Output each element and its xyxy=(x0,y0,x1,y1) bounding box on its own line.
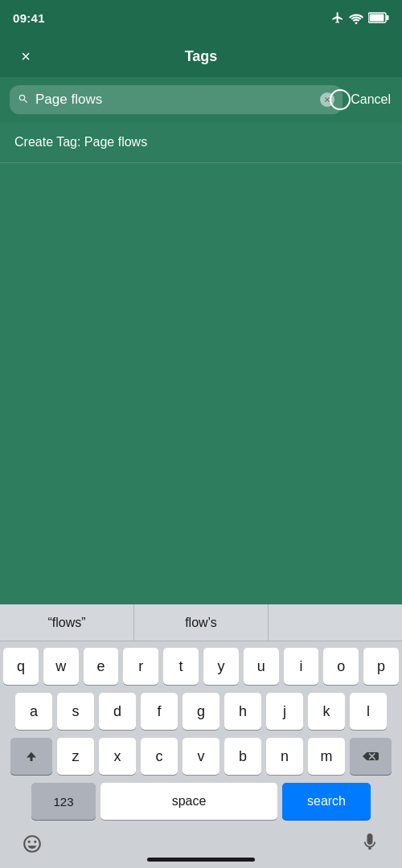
key-x[interactable]: x xyxy=(99,738,136,775)
battery-icon xyxy=(368,12,389,23)
key-q[interactable]: q xyxy=(3,648,39,685)
status-time: 09:41 xyxy=(13,11,45,25)
key-r[interactable]: r xyxy=(123,648,158,685)
close-button[interactable]: × xyxy=(13,43,39,69)
main-content xyxy=(0,163,402,485)
status-bar: 09:41 xyxy=(0,0,402,35)
airplane-icon xyxy=(331,11,344,24)
key-y[interactable]: y xyxy=(203,648,239,685)
home-indicator xyxy=(147,858,255,862)
key-k[interactable]: k xyxy=(308,693,345,730)
search-input-wrapper[interactable]: Page flows xyxy=(10,85,343,114)
key-p[interactable]: p xyxy=(363,648,399,685)
key-s[interactable]: s xyxy=(57,693,94,730)
key-v[interactable]: v xyxy=(183,738,219,775)
key-z[interactable]: z xyxy=(57,738,94,775)
search-key[interactable]: search xyxy=(282,783,371,820)
key-row-4: 123 space search xyxy=(3,783,399,820)
key-b[interactable]: b xyxy=(224,738,261,775)
key-row-1: q w e r t y u i o p xyxy=(3,648,399,685)
status-icons xyxy=(331,11,389,24)
key-f[interactable]: f xyxy=(141,693,178,730)
space-key[interactable]: space xyxy=(100,783,277,820)
create-tag-row[interactable]: Create Tag: Page flows xyxy=(0,122,402,163)
wifi-icon xyxy=(349,11,363,24)
key-row-3: z x c v b n m xyxy=(3,738,399,775)
svg-rect-2 xyxy=(387,15,389,20)
key-a[interactable]: a xyxy=(15,693,52,730)
cancel-button[interactable]: Cancel xyxy=(349,89,392,110)
mic-key[interactable] xyxy=(354,828,386,860)
emoji-icon xyxy=(22,833,43,854)
page-title: Tags xyxy=(185,48,218,65)
key-l[interactable]: l xyxy=(350,693,387,730)
keyboard: q w e r t y u i o p a s d f g h j k l xyxy=(0,641,402,823)
key-h[interactable]: h xyxy=(224,693,261,730)
autocomplete-item-1[interactable]: flow’s xyxy=(134,604,269,641)
key-i[interactable]: i xyxy=(284,648,319,685)
key-e[interactable]: e xyxy=(84,648,119,685)
key-o[interactable]: o xyxy=(323,648,359,685)
autocomplete-item-0[interactable]: “flows” xyxy=(0,604,134,641)
microphone-icon xyxy=(361,833,379,855)
key-n[interactable]: n xyxy=(266,738,303,775)
shift-key[interactable] xyxy=(10,738,52,775)
keyboard-section: “flows” flow’s q w e r t y u i o p a s d… xyxy=(0,604,402,868)
key-u[interactable]: u xyxy=(244,648,279,685)
search-input[interactable]: Page flows xyxy=(35,92,314,108)
svg-rect-3 xyxy=(370,14,384,22)
key-m[interactable]: m xyxy=(308,738,345,775)
clear-search-button[interactable] xyxy=(320,92,334,107)
emoji-key[interactable] xyxy=(16,828,48,860)
svg-point-0 xyxy=(355,22,358,24)
create-tag-label: Create Tag: Page flows xyxy=(14,135,147,149)
key-c[interactable]: c xyxy=(141,738,178,775)
search-icon xyxy=(18,93,29,107)
autocomplete-item-2[interactable] xyxy=(269,604,402,641)
key-t[interactable]: t xyxy=(163,648,199,685)
delete-key[interactable] xyxy=(350,738,392,775)
header: × Tags xyxy=(0,35,402,77)
key-d[interactable]: d xyxy=(99,693,136,730)
key-row-2: a s d f g h j k l xyxy=(3,693,399,730)
key-g[interactable]: g xyxy=(183,693,219,730)
numbers-key[interactable]: 123 xyxy=(31,783,96,820)
key-w[interactable]: w xyxy=(43,648,79,685)
autocomplete-bar: “flows” flow’s xyxy=(0,604,402,641)
search-bar: Page flows Cancel xyxy=(0,77,402,122)
key-j[interactable]: j xyxy=(266,693,303,730)
